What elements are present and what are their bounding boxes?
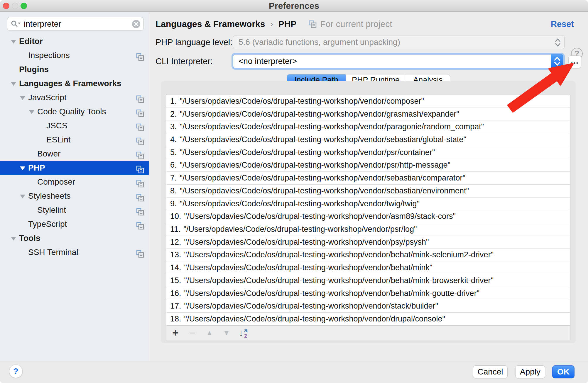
- sidebar-item-plugins[interactable]: Plugins: [0, 62, 149, 76]
- include-path-value: "/Users/opdavies/Code/os/drupal-testing-…: [180, 173, 466, 183]
- title-bar: Preferences: [0, 0, 588, 12]
- per-project-settings-icon: [136, 122, 144, 130]
- chevron-down-icon[interactable]: [29, 110, 34, 114]
- include-path-row[interactable]: 12."/Users/opdavies/Code/os/drupal-testi…: [166, 236, 570, 249]
- sidebar-item-stylesheets[interactable]: Stylesheets: [0, 189, 149, 203]
- include-path-row[interactable]: 9."/Users/opdavies/Code/os/drupal-testin…: [166, 198, 570, 210]
- remove-button[interactable]: −: [187, 326, 197, 340]
- move-up-button[interactable]: ▲: [205, 326, 214, 340]
- include-path-value: "/Users/opdavies/Code/os/drupal-testing-…: [184, 212, 456, 221]
- include-path-value: "/Users/opdavies/Code/os/drupal-testing-…: [184, 250, 494, 259]
- sort-az-icon: az: [244, 327, 248, 338]
- per-project-settings-icon: [136, 51, 144, 59]
- breadcrumb-php[interactable]: PHP: [278, 19, 297, 29]
- sidebar-item-label: Composer: [37, 177, 75, 186]
- sidebar-item-label: Stylelint: [37, 205, 66, 215]
- sort-alphabetically-button[interactable]: ↓az: [239, 326, 248, 340]
- cli-interpreter-select[interactable]: <no interpreter>: [233, 54, 563, 68]
- include-path-row[interactable]: 13."/Users/opdavies/Code/os/drupal-testi…: [166, 249, 570, 262]
- sidebar-item-languages-frameworks[interactable]: Languages & Frameworks: [0, 76, 149, 91]
- sidebar-item-javascript[interactable]: JavaScript: [0, 91, 149, 105]
- include-path-value: "/Users/opdavies/Code/os/drupal-testing-…: [180, 148, 435, 157]
- per-project-settings-icon: [136, 220, 144, 228]
- include-path-row[interactable]: 17."/Users/opdavies/Code/os/drupal-testi…: [166, 300, 570, 313]
- browse-interpreters-button[interactable]: ...: [568, 55, 581, 68]
- include-path-value: "/Users/opdavies/Code/os/drupal-testing-…: [184, 302, 438, 311]
- include-path-row[interactable]: 11."/Users/opdavies/Code/os/drupal-testi…: [166, 223, 570, 236]
- chevron-down-icon[interactable]: [20, 166, 25, 170]
- search-input[interactable]: [23, 19, 132, 29]
- cli-interpreter-value: <no interpreter>: [239, 57, 297, 66]
- include-path-row[interactable]: 3."/Users/opdavies/Code/os/drupal-testin…: [166, 120, 570, 133]
- per-project-settings-icon: [136, 178, 144, 186]
- include-path-row[interactable]: 16."/Users/opdavies/Code/os/drupal-testi…: [166, 287, 570, 300]
- row-number: 6.: [170, 161, 177, 170]
- sidebar-item-label: SSH Terminal: [28, 248, 78, 257]
- sidebar-item-label: Editor: [19, 37, 43, 46]
- chevron-down-icon[interactable]: [11, 82, 16, 86]
- sidebar-item-eslint[interactable]: ESLint: [0, 133, 149, 147]
- sidebar-item-label: PHP: [28, 163, 45, 172]
- settings-search-box[interactable]: [7, 17, 144, 31]
- sidebar-item-php[interactable]: PHP: [0, 161, 149, 175]
- chevron-down-icon[interactable]: [11, 237, 16, 241]
- sidebar-item-jscs[interactable]: JSCS: [0, 119, 149, 133]
- row-number: 15.: [170, 276, 181, 285]
- add-button[interactable]: +: [170, 326, 180, 340]
- include-path-row[interactable]: 2."/Users/opdavies/Code/os/drupal-testin…: [166, 108, 570, 121]
- row-number: 10.: [170, 212, 181, 221]
- include-path-row[interactable]: 4."/Users/opdavies/Code/os/drupal-testin…: [166, 133, 570, 146]
- language-level-select[interactable]: 5.6 (variadic functions, argument unpack…: [233, 35, 565, 49]
- sidebar-item-composer[interactable]: Composer: [0, 175, 149, 189]
- include-path-value: "/Users/opdavies/Code/os/drupal-testing-…: [184, 276, 494, 285]
- move-down-button[interactable]: ▼: [222, 326, 232, 340]
- include-path-row[interactable]: 18."/Users/opdavies/Code/os/drupal-testi…: [166, 313, 570, 325]
- sidebar-item-code-quality-tools[interactable]: Code Quality Tools: [0, 105, 149, 119]
- chevron-down-icon[interactable]: [20, 195, 25, 198]
- include-path-row[interactable]: 5."/Users/opdavies/Code/os/drupal-testin…: [166, 146, 570, 159]
- include-path-row[interactable]: 6."/Users/opdavies/Code/os/drupal-testin…: [166, 159, 570, 172]
- row-number: 7.: [170, 173, 177, 183]
- chevron-down-icon[interactable]: [20, 96, 25, 100]
- sidebar-item-ssh-terminal[interactable]: SSH Terminal: [0, 245, 149, 259]
- sidebar-item-typescript[interactable]: TypeScript: [0, 217, 149, 231]
- stepper-icon[interactable]: [551, 54, 563, 68]
- cancel-button[interactable]: Cancel: [473, 365, 508, 378]
- sidebar-item-label: Languages & Frameworks: [19, 79, 121, 88]
- clear-search-icon[interactable]: [132, 20, 141, 28]
- row-number: 4.: [170, 135, 177, 144]
- sidebar-item-bower[interactable]: Bower: [0, 147, 149, 161]
- breadcrumb-languages-frameworks[interactable]: Languages & Frameworks: [156, 19, 265, 29]
- include-path-value: "/Users/opdavies/Code/os/drupal-testing-…: [184, 289, 480, 298]
- settings-main: Languages & Frameworks › PHP For current…: [149, 12, 588, 361]
- ok-button[interactable]: OK: [552, 365, 575, 378]
- sort-arrow-icon: ↓: [239, 327, 244, 338]
- row-number: 18.: [170, 314, 181, 324]
- include-path-value: "/Users/opdavies/Code/os/drupal-testing-…: [180, 186, 469, 195]
- help-button[interactable]: ?: [9, 365, 23, 378]
- include-path-row[interactable]: 1."/Users/opdavies/Code/os/drupal-testin…: [166, 95, 570, 108]
- sidebar-item-label: Inspections: [28, 51, 70, 60]
- row-number: 8.: [170, 186, 177, 195]
- include-path-row[interactable]: 8."/Users/opdavies/Code/os/drupal-testin…: [166, 185, 570, 198]
- apply-button[interactable]: Apply: [515, 365, 545, 378]
- row-number: 2.: [170, 110, 177, 119]
- row-number: 3.: [170, 122, 177, 131]
- settings-sidebar: EditorInspections PluginsLanguages & Fra…: [0, 12, 149, 361]
- sidebar-item-stylelint[interactable]: Stylelint: [0, 203, 149, 217]
- include-path-listbox: 1."/Users/opdavies/Code/os/drupal-testin…: [166, 95, 570, 340]
- sidebar-item-editor[interactable]: Editor: [0, 34, 149, 48]
- list-toolbar: +−▲▼↓az: [166, 325, 570, 340]
- include-path-row[interactable]: 14."/Users/opdavies/Code/os/drupal-testi…: [166, 261, 570, 274]
- include-path-row[interactable]: 15."/Users/opdavies/Code/os/drupal-testi…: [166, 274, 570, 287]
- reset-link[interactable]: Reset: [551, 18, 574, 30]
- sidebar-item-tools[interactable]: Tools: [0, 231, 149, 245]
- include-path-row[interactable]: 10."/Users/opdavies/Code/os/drupal-testi…: [166, 210, 570, 223]
- breadcrumb: Languages & Frameworks › PHP For current…: [156, 18, 574, 30]
- settings-tree: EditorInspections PluginsLanguages & Fra…: [0, 34, 149, 259]
- row-number: 16.: [170, 289, 181, 298]
- include-path-value: "/Users/opdavies/Code/os/drupal-testing-…: [180, 199, 420, 208]
- chevron-down-icon[interactable]: [11, 40, 16, 44]
- include-path-row[interactable]: 7."/Users/opdavies/Code/os/drupal-testin…: [166, 172, 570, 185]
- sidebar-item-inspections[interactable]: Inspections: [0, 48, 149, 62]
